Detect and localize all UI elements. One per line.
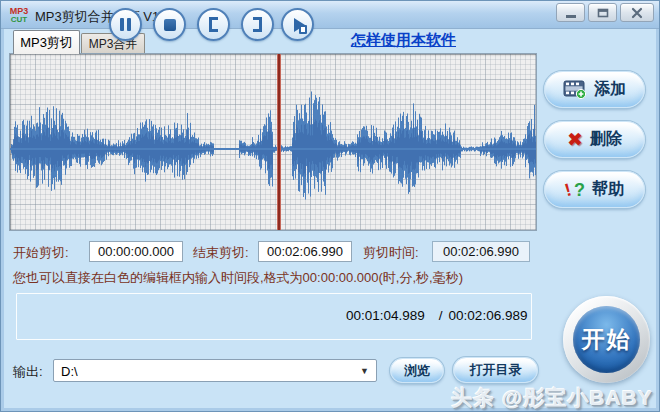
current-time: 00:01:04.989 [346,308,425,323]
delete-button-label: 删除 [590,129,622,150]
pause-button[interactable] [109,8,142,41]
start-button-label: 开始 [573,306,640,373]
end-cut-label: 结束剪切: [193,244,249,262]
set-end-button[interactable] [241,8,274,41]
time-separator: / [439,308,443,323]
bracket-left-icon [209,17,218,32]
app-window: MP3 CUT MP3剪切合并大师 V12.6 MP3剪切 MP3合并 怎样使用… [0,0,660,412]
output-label: 输出: [13,363,43,381]
start-cut-input[interactable] [89,241,183,262]
browse-button[interactable]: 浏览 [390,358,444,383]
close-button[interactable] [620,3,654,22]
delete-button[interactable]: ✖ 删除 [544,121,645,158]
play-button[interactable] [281,8,314,41]
time-display: 00:01:04.989 / 00:02:06.989 [346,308,527,323]
minimize-button[interactable] [556,3,585,22]
film-add-icon [563,80,587,99]
format-hint-text: 您也可以直接在白色的编辑框内输入时间段,格式为00:00:00.000(时,分,… [13,269,463,287]
set-start-button[interactable] [197,8,230,41]
end-cut-input[interactable] [258,241,352,262]
help-button[interactable]: ! ? 帮助 [544,171,645,208]
app-icon-text-bottom: CUT [11,16,27,24]
pause-icon [120,18,124,31]
total-time: 00:02:06.989 [449,308,528,323]
add-button[interactable]: 添加 [544,71,645,108]
waveform-canvas[interactable] [10,54,536,230]
cut-duration-value: 00:02:06.990 [432,241,530,262]
chevron-down-icon: ▼ [360,366,369,376]
start-button[interactable]: 开始 [563,296,650,383]
output-path-value: D:\ [61,364,78,379]
playhead-cursor[interactable] [278,54,280,230]
waveform-panel[interactable] [9,53,537,231]
app-icon: MP3 CUT [7,4,31,26]
watermark-text: 头条 @彤宝小BABY [451,384,653,412]
close-icon [631,7,643,19]
tab-mp3-cut[interactable]: MP3剪切 [13,30,80,54]
maximize-icon [597,7,609,19]
stop-button[interactable] [153,8,186,41]
cut-duration-label: 剪切时间: [363,244,419,262]
maximize-button[interactable] [588,3,617,22]
question-icon: ? [574,181,585,199]
minimize-icon [565,7,577,19]
red-x-icon: ✖ [567,130,583,149]
stop-icon [164,19,176,31]
help-button-label: 帮助 [592,179,624,200]
exclamation-icon: ! [563,180,574,199]
play-file-icon [299,25,307,34]
open-directory-button[interactable]: 打开目录 [453,357,538,383]
start-cut-label: 开始剪切: [13,244,69,262]
add-button-label: 添加 [594,79,626,100]
titlebar: MP3 CUT MP3剪切合并大师 V12.6 [1,1,659,29]
output-path-combobox[interactable]: D:\ ▼ [53,359,377,382]
window-controls [556,3,654,22]
bracket-right-icon [253,17,262,32]
how-to-use-link[interactable]: 怎样使用本软件 [351,31,456,50]
